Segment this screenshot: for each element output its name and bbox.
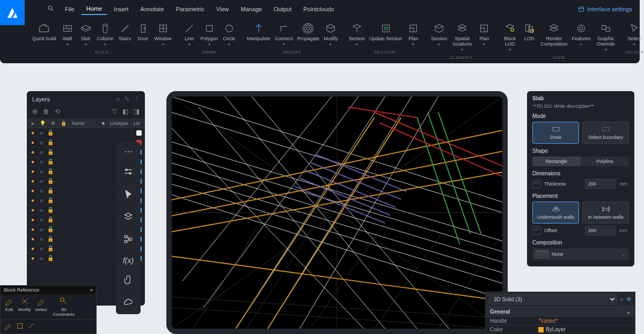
slab-button[interactable]: Slab▾ [77,20,95,48]
blockref-select[interactable]: Select [34,296,49,317]
color-swatch[interactable] [136,130,142,136]
bulb-icon[interactable]: ● [30,217,35,222]
update-section-button[interactable]: Update Section [367,20,405,48]
cloud-icon[interactable] [123,297,134,310]
bulb-icon[interactable]: ● [30,197,35,203]
lock-icon[interactable]: 🔓 [47,168,53,174]
filter-funnel-icon[interactable]: ▿ [620,296,623,302]
freeze-icon[interactable]: ☼ [39,139,44,145]
delete-layer-icon[interactable]: 🗑 [43,108,49,115]
freeze-icon[interactable]: ☼ [39,178,44,184]
shape-polyline[interactable]: Polyline [581,157,629,166]
close-icon[interactable]: × [90,287,93,293]
wall-button[interactable]: Wall▾ [58,20,77,48]
offset-input[interactable] [585,226,616,235]
bulb-icon[interactable]: ● [30,207,35,213]
menu-manage[interactable]: Manage [235,4,267,14]
graphic-override-button[interactable]: Graphic Override▾ [593,20,619,53]
attach-icon[interactable] [123,274,134,287]
menu-view[interactable]: View [211,4,235,14]
lock-icon[interactable]: 🔓 [47,139,53,145]
fx-icon[interactable]: f(x) [123,256,134,265]
toggle-icon[interactable]: ◨ [134,108,140,115]
menu-output[interactable]: Output [268,4,297,14]
lock-icon[interactable]: 🔓 [47,188,53,194]
add-layer-icon[interactable]: ⊕ [32,108,38,115]
lock-icon[interactable]: 🔓 [47,207,53,213]
bulb-icon[interactable]: ● [30,178,35,184]
shape-rectangle[interactable]: Rectangle [532,157,581,166]
menu-insert[interactable]: Insert [108,4,134,14]
menu-parametric[interactable]: Parametric [171,4,210,14]
connect-button[interactable]: Connect▾ [273,20,295,48]
entity-type-select[interactable]: 3D Solid (3) [489,294,617,305]
general-group[interactable]: General⌄ [486,307,635,316]
lod-button[interactable]: LOD [520,20,538,53]
freeze-icon[interactable]: ☼ [39,217,44,222]
bulb-icon[interactable]: ● [30,130,35,136]
freeze-icon[interactable]: ☼ [39,168,44,174]
blockref-edit[interactable]: Edit [3,296,16,317]
lock-icon[interactable]: 🔓 [47,197,53,203]
freeze-icon[interactable]: ☼ [39,149,44,155]
mode-boundary-button[interactable]: Select boundary [582,122,629,144]
menu-home[interactable]: Home [81,3,107,15]
color-value[interactable]: ByLayer [538,326,631,332]
freeze-icon[interactable]: ☼ [39,130,44,136]
placement-under-button[interactable]: Underneath walls [532,202,579,224]
menu-file[interactable]: File [60,4,80,14]
bulb-icon[interactable]: ● [30,149,35,155]
layer-row[interactable]: ●☼🔓 [27,128,145,138]
lock-icon[interactable]: 🔓 [47,159,53,165]
search-icon[interactable] [43,4,58,14]
more-icon[interactable]: ⋯ [124,146,133,157]
circle-button[interactable]: Circle▾ [220,20,238,48]
blockref-2d-constraints[interactable]: 2D Constraints [50,296,78,317]
viewport-3d[interactable] [166,91,508,334]
classify-section-button[interactable]: Section▾ [429,20,449,53]
lock-icon[interactable]: 🔓 [47,149,53,155]
classify-plan-button[interactable]: Plan▾ [475,20,493,53]
placement-between-button[interactable]: In between walls [582,202,629,224]
render-composition-button[interactable]: Render Composition [538,20,569,53]
spatial-locations-button[interactable]: Spatial locations▾ [449,20,475,53]
lock-icon[interactable]: 🔓 [47,236,53,242]
column-button[interactable]: Column▾ [95,20,116,48]
lock-icon[interactable]: 🔓 [47,226,53,232]
select-button[interactable]: Select▾ [625,20,643,48]
marker-icon[interactable] [123,189,134,202]
br-icon-3[interactable] [27,322,36,331]
lock-icon[interactable]: 🔓 [47,130,53,136]
freeze-icon[interactable]: ☼ [39,255,44,261]
bulb-icon[interactable]: ● [30,255,35,261]
tree-icon[interactable] [123,234,134,247]
stairs-button[interactable]: Stairs [116,20,134,48]
bulb-icon[interactable]: ● [30,236,35,242]
lock-icon[interactable]: 🔓 [47,255,53,261]
br-icon-2[interactable] [16,322,24,331]
quick-build-button[interactable]: Quick build [30,20,58,48]
menu-annotate[interactable]: Annotate [135,4,170,14]
window-button[interactable]: Window▾ [152,20,174,48]
lock-icon[interactable]: 🔓 [47,217,53,222]
bulb-icon[interactable]: ● [30,188,35,194]
propagate-button[interactable]: Propagate [295,20,322,48]
door-button[interactable]: Door [134,20,152,48]
bulb-icon[interactable]: ● [30,139,35,145]
menu-pointclouds[interactable]: Pointclouds [298,4,339,14]
bulb-icon[interactable]: ● [30,159,35,165]
bulb-icon[interactable]: ● [30,246,35,251]
shape-segmented[interactable]: Rectangle Polyline [532,157,629,166]
layers-menu-icon[interactable]: ⋮ [134,95,140,102]
layers-collapse-icon[interactable]: ⤡ [125,95,129,102]
lock-icon[interactable]: 🔓 [47,246,53,251]
section-button[interactable]: Section▾ [347,20,367,48]
mode-draw-button[interactable]: Draw [532,122,579,144]
bulb-icon[interactable]: ● [30,168,35,174]
lock-icon[interactable]: 🔓 [47,178,53,184]
freeze-icon[interactable]: ☼ [39,188,44,194]
plan-button[interactable]: Plan▾ [404,20,422,48]
br-icon-1[interactable] [4,322,12,331]
freeze-icon[interactable]: ☼ [39,159,44,165]
block-lod-button[interactable]: Block LOD▾ [500,20,520,53]
